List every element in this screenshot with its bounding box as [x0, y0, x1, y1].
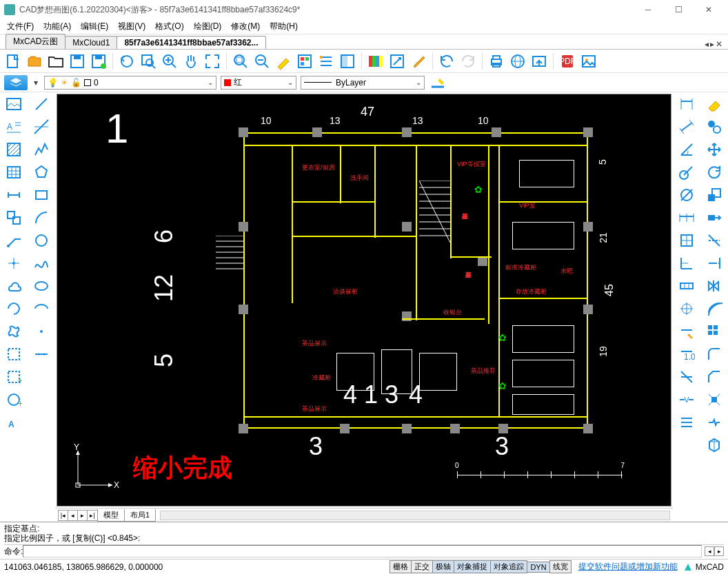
open-folder3d-icon[interactable] [26, 52, 43, 70]
mirror-icon[interactable] [704, 276, 725, 296]
rotate-icon[interactable] [704, 162, 725, 183]
status-ortho[interactable]: 正交 [411, 560, 433, 573]
cloud-icon[interactable] [3, 276, 24, 296]
dim-diameter-icon[interactable] [676, 185, 697, 205]
menu-format[interactable]: 格式(O) [155, 21, 183, 32]
undo-view-icon[interactable] [118, 52, 136, 70]
view-tab-model[interactable]: 模型 [97, 509, 125, 522]
dim-ordinate-icon[interactable] [676, 253, 697, 274]
menu-view[interactable]: 视图(V) [118, 21, 145, 32]
polygon-icon[interactable] [31, 162, 52, 183]
copy-icon[interactable] [704, 116, 725, 137]
layers-button[interactable] [4, 75, 28, 90]
view-tab-nav[interactable]: |◂◂▸▸| [58, 510, 98, 521]
match-prop-icon[interactable] [388, 52, 406, 70]
color-select[interactable]: 红 ⌄ [221, 76, 296, 90]
revision-icon[interactable] [3, 321, 24, 342]
move-icon[interactable] [704, 139, 725, 160]
minimize-button[interactable]: ─ [633, 0, 663, 19]
tab-prev-icon[interactable]: ◂ [705, 39, 709, 49]
save-as-icon[interactable] [90, 52, 108, 70]
undo-icon[interactable] [438, 52, 456, 70]
cmd-scroll-right[interactable]: ▸ [714, 546, 724, 556]
region-add-icon[interactable]: + [3, 367, 24, 387]
menu-draw[interactable]: 绘图(D) [194, 21, 222, 32]
list-icon[interactable] [317, 52, 335, 70]
status-otrack[interactable]: 对象追踪 [490, 560, 527, 573]
dim-aligned-icon[interactable] [676, 116, 697, 137]
spline-icon[interactable] [31, 253, 52, 274]
status-grid[interactable]: 栅格 [390, 560, 412, 573]
tab-next-icon[interactable]: ▸ [710, 39, 714, 49]
zoom-all-icon[interactable] [232, 52, 250, 70]
layers-dropdown-icon[interactable]: ▾ [32, 75, 40, 90]
dim-angular-icon[interactable] [676, 139, 697, 160]
status-osnap[interactable]: 对象捕捉 [454, 560, 491, 573]
tolerance-icon[interactable] [676, 276, 697, 296]
dim-break-icon[interactable] [676, 389, 697, 410]
layer-iso-icon[interactable] [338, 52, 356, 70]
linetype-select[interactable]: ByLayer ⌄ [301, 76, 425, 90]
feedback-link[interactable]: 提交软件问题或增加新功能 [578, 561, 678, 573]
status-dyn[interactable]: DYN [527, 562, 549, 573]
quick-dim-icon[interactable] [676, 367, 697, 387]
menu-func[interactable]: 功能(A) [43, 21, 71, 32]
tab-close-icon[interactable]: ✕ [716, 39, 722, 49]
doc-tab-2[interactable]: MxCloud1 [65, 36, 117, 49]
new-file-icon[interactable] [4, 52, 22, 70]
brush-icon[interactable] [410, 52, 427, 70]
join-icon[interactable] [704, 435, 725, 455]
view-tab-layout1[interactable]: 布局1 [124, 509, 156, 522]
table-icon[interactable] [3, 162, 24, 183]
break-icon[interactable] [704, 412, 725, 433]
dim-baseline-icon[interactable] [676, 230, 697, 251]
print-icon[interactable] [487, 52, 505, 70]
ellipse-icon[interactable] [31, 276, 52, 296]
status-polar[interactable]: 极轴 [432, 560, 454, 573]
center-mark-icon[interactable] [676, 298, 697, 319]
explode-icon[interactable] [704, 389, 725, 410]
point-icon[interactable] [31, 321, 52, 342]
text-style-icon[interactable]: A [3, 116, 24, 137]
command-input[interactable] [23, 545, 702, 557]
doc-tab-1[interactable]: MxCAD云图 [6, 34, 65, 49]
close-button[interactable]: ✕ [694, 0, 724, 19]
chamfer-icon[interactable] [704, 367, 725, 387]
fillet-icon[interactable] [704, 344, 725, 365]
menu-edit[interactable]: 编辑(E) [81, 21, 108, 32]
save-icon[interactable] [68, 52, 86, 70]
dim-space-icon[interactable] [676, 412, 697, 433]
hscrollbar[interactable] [160, 511, 670, 520]
doc-tab-3[interactable]: 85f7a3e6141341ff8bbae57af3362... [117, 36, 265, 49]
circle-icon[interactable] [31, 230, 52, 251]
menu-help[interactable]: 帮助(H) [270, 21, 298, 32]
status-lineweight[interactable]: 线宽 [549, 560, 572, 573]
dim-edit-icon[interactable] [676, 321, 697, 342]
color-palette-icon[interactable] [367, 52, 385, 70]
image-icon[interactable] [580, 52, 598, 70]
block-icon[interactable] [3, 207, 24, 228]
zoom-out-icon[interactable] [253, 52, 271, 70]
lineweight-button[interactable] [429, 75, 447, 90]
web-icon[interactable] [509, 52, 527, 70]
redo-icon[interactable] [459, 52, 477, 70]
menu-file[interactable]: 文件(F) [7, 21, 34, 32]
zoom-extents-icon[interactable] [203, 52, 221, 70]
dim-radius-icon[interactable] [676, 162, 697, 183]
leader-icon[interactable] [3, 230, 24, 251]
dim-style-icon[interactable] [3, 185, 24, 205]
menu-modify[interactable]: 修改(M) [231, 21, 260, 32]
dim-text-icon[interactable]: 1.0 [676, 344, 697, 365]
stretch-icon[interactable] [704, 207, 725, 228]
pan-icon[interactable] [182, 52, 200, 70]
drawing-canvas[interactable]: 1 47 10 13 13 10 6 12 5 5 21 45 19 4 1 3… [57, 94, 671, 506]
offset-icon[interactable] [704, 298, 725, 319]
point-style-icon[interactable] [3, 253, 24, 274]
cmd-scroll-left[interactable]: ◂ [705, 546, 714, 556]
eraser-icon[interactable] [704, 94, 725, 114]
mtext-icon[interactable]: A [3, 412, 24, 433]
highlight-icon[interactable] [274, 52, 292, 70]
properties-icon[interactable] [296, 52, 314, 70]
ellipse-arc-icon[interactable] [31, 298, 52, 319]
pdf-icon[interactable]: PDF [558, 52, 576, 70]
